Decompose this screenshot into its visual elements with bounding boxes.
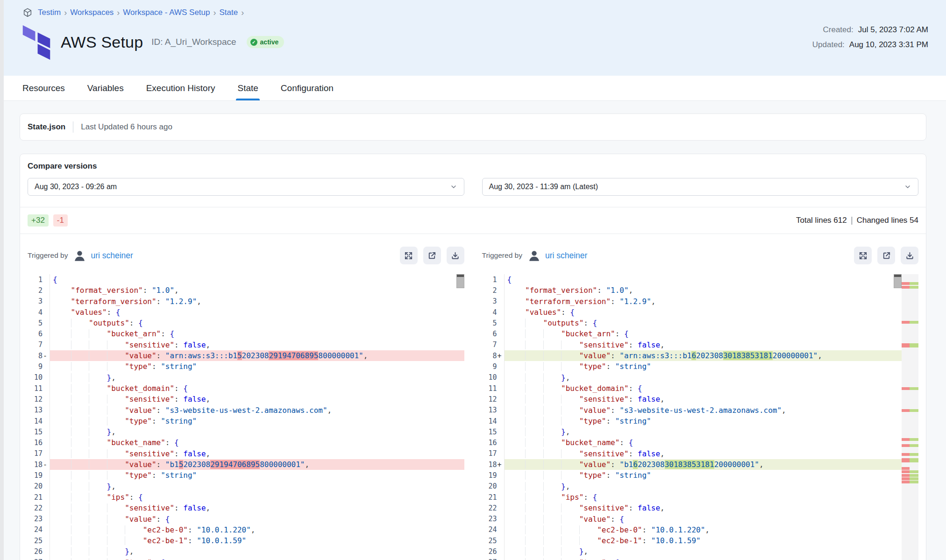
indent-guide [53,406,71,415]
indent-guide [71,515,89,524]
diff-mark-removed [902,474,910,477]
token: , [251,525,256,534]
diff-mark-added [910,453,918,456]
expand-button[interactable] [400,247,418,264]
token: , [759,460,764,469]
indent-guide [53,449,71,458]
token: : [619,438,628,447]
tab-resources[interactable]: Resources [22,76,65,100]
triggered-by-user-link[interactable]: uri scheiner [91,251,133,261]
line-content: "values": { [50,307,464,318]
indent-guide [71,373,89,382]
download-button[interactable] [447,247,464,264]
indent-guide [71,558,89,560]
token: : [107,308,116,317]
token: } [107,373,112,382]
breadcrumb-item[interactable]: Testim [38,8,61,17]
token: , [111,482,116,491]
diff-mark [902,474,918,477]
token: "values" [525,308,561,317]
indent-guide [525,493,543,502]
indent-guide [89,525,107,534]
token: : [561,308,570,317]
indent-guide [561,449,579,458]
token: "value" [579,515,611,524]
line-number: 5 [482,319,497,327]
indent-guide [89,438,107,447]
token: } [561,373,566,382]
indent-guide [507,471,526,480]
token: "terraform_version" [525,297,611,306]
code-line: 21 "ips": { [482,492,902,503]
line-content: "sensitive": false, [50,394,464,404]
token: 5 [237,351,242,360]
token: : [174,395,183,404]
token: [ [615,558,620,560]
triggered-by-user-link[interactable]: uri scheiner [545,251,587,261]
line-content: "ec2-be-0": "10.0.1.220", [504,525,902,535]
line-content: "sensitive": false, [504,503,902,513]
code-line: 8- "value": "arn:aws:s3:::b1520230829194… [28,350,464,361]
tab-configuration[interactable]: Configuration [281,76,334,100]
diff-mark-removed [902,438,910,441]
line-content: }, [50,546,464,557]
code-line: 15 }, [28,426,464,437]
token: "ec2-be-1" [143,536,188,545]
indent-guide [507,362,526,371]
version-select-left[interactable]: Aug 30, 2023 - 09:26 am [28,178,464,196]
indent-guide [525,384,543,393]
token: { [165,515,170,524]
indent-guide [71,493,89,502]
indent-guide [53,503,71,512]
token: "sensitive" [579,395,629,404]
token: "sensitive" [125,395,174,404]
indent-guide [507,308,526,317]
breadcrumb-item[interactable]: Workspaces [70,8,114,17]
line-content: "format_version": "1.0", [50,285,464,296]
indent-guide [89,515,107,524]
tab-state[interactable]: State [237,76,258,100]
indent-guide [507,558,526,560]
tab-variables[interactable]: Variables [87,76,124,100]
diff-mark-removed [902,343,910,347]
token: } [579,547,584,556]
code-line: 14 "type": "string" [28,416,464,426]
indent-guide [71,351,89,360]
line-content: "value": { [50,514,464,525]
indent-guide [71,536,89,545]
breadcrumb-item[interactable]: Workspace - AWS Setup [123,8,210,17]
line-number: 26 [482,547,497,556]
breadcrumb-item[interactable]: State [219,8,238,17]
line-number: 2 [482,286,497,295]
token: : [174,503,183,512]
code-line: 27 "type": [ [28,557,464,560]
token: "string" [615,471,651,480]
compare-heading: Compare versions [28,162,918,171]
open-in-new-button[interactable] [877,247,895,264]
diff-mark-removed [902,444,910,447]
token: 5 [179,460,184,469]
token: , [629,286,633,295]
token: "sensitive" [125,340,174,349]
token: "values" [71,308,107,317]
line-number: 11 [28,384,43,393]
open-in-new-button[interactable] [423,247,441,264]
tab-execution-history[interactable]: Execution History [146,76,215,100]
indent-guide [89,558,107,560]
version-select-right[interactable]: Aug 30, 2023 - 11:39 am (Latest) [482,178,919,196]
scrollbar-thumb[interactable] [894,274,902,288]
token: { [174,438,179,447]
indent-guide [561,362,579,371]
token: "b1 [619,460,633,469]
token: : [629,449,638,458]
token: 30183853181 [723,351,773,360]
download-button[interactable] [901,247,918,264]
line-number: 19 [482,471,497,480]
line-content: "ec2-be-1": "10.0.1.59" [504,535,902,546]
indent-guide [507,406,526,415]
indent-guide [561,340,579,349]
scrollbar-thumb[interactable] [456,274,464,288]
expand-button[interactable] [854,247,872,264]
token: : [642,536,651,545]
indent-guide [507,449,526,458]
